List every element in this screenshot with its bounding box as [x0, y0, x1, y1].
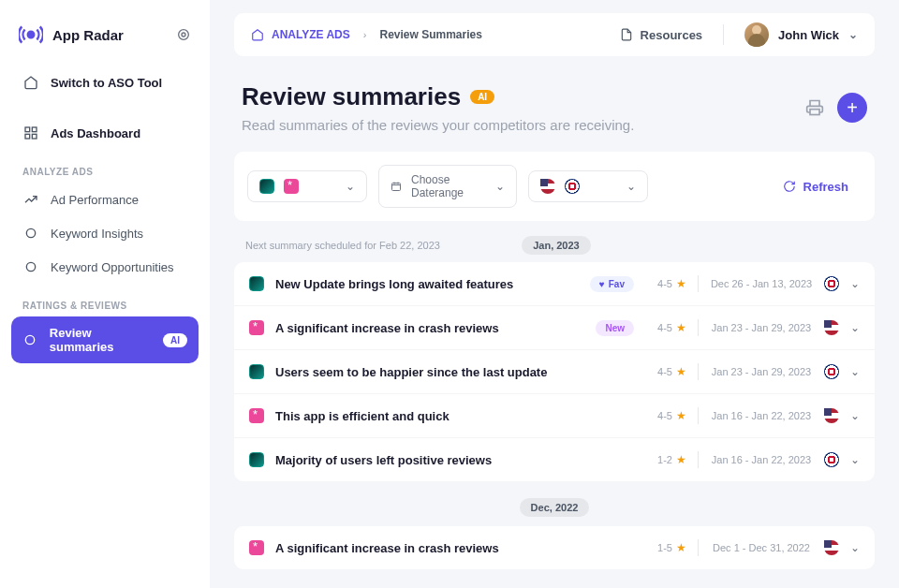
- chevron-down-icon[interactable]: ⌄: [850, 321, 860, 334]
- target-icon[interactable]: [176, 27, 191, 42]
- divider: [723, 24, 724, 45]
- section-ratings-reviews: RATINGS & REVIEWS: [11, 284, 199, 316]
- svg-rect-11: [392, 184, 401, 191]
- svg-rect-6: [32, 134, 37, 139]
- summary-dates: Dec 26 - Jan 13, 2023: [710, 278, 813, 289]
- svg-point-8: [26, 262, 35, 271]
- app-chip-icon: [249, 452, 264, 467]
- page-subtitle: Read summaries of the reviews your compe…: [242, 117, 634, 133]
- svg-rect-10: [810, 110, 819, 115]
- summary-row[interactable]: A significant increase in crash reviews …: [234, 306, 875, 350]
- svg-point-2: [182, 33, 185, 37]
- sidebar-dashboard[interactable]: Ads Dashboard: [11, 116, 199, 150]
- summary-rating: 4-5 ★: [645, 409, 686, 422]
- user-menu[interactable]: John Wick ⌄: [744, 22, 858, 47]
- sidebar-keyword-opportunities[interactable]: Keyword Opportunities: [11, 250, 199, 284]
- summary-title: A significant increase in crash reviews: [275, 321, 584, 335]
- resources-link[interactable]: Resources: [620, 28, 702, 42]
- summary-title: A significant increase in crash reviews: [275, 541, 634, 555]
- sidebar-item-label: Switch to ASO Tool: [51, 76, 162, 90]
- summary-row[interactable]: Users seem to be happier since the last …: [234, 350, 875, 394]
- chevron-down-icon[interactable]: ⌄: [850, 453, 860, 466]
- app-chip-icon: [249, 364, 264, 379]
- summary-row[interactable]: This app is efficient and quick 4-5 ★ Ja…: [234, 394, 875, 438]
- country-selector[interactable]: ⌄: [528, 170, 648, 202]
- chevron-down-icon: ⌄: [495, 180, 505, 193]
- sidebar-keyword-insights[interactable]: Keyword Insights: [11, 216, 199, 250]
- ai-badge: AI: [163, 333, 187, 347]
- summary-row[interactable]: A significant increase in crash reviews …: [234, 526, 875, 569]
- star-icon: ★: [676, 321, 686, 334]
- breadcrumb-root[interactable]: ANALYZE ADS: [251, 28, 350, 41]
- svg-rect-5: [25, 134, 30, 139]
- calendar-icon: [391, 181, 402, 192]
- summary-title: Majority of users left positive reviews: [275, 453, 634, 467]
- add-button[interactable]: +: [837, 93, 867, 123]
- summary-dates: Jan 23 - Jan 29, 2023: [710, 366, 813, 377]
- main: ANALYZE ADS › Review Summaries Resources…: [210, 0, 899, 588]
- circle-icon: [22, 226, 39, 241]
- month-chip: Dec, 2022: [520, 498, 590, 517]
- divider: [698, 275, 699, 292]
- summary-tag: New: [596, 320, 634, 336]
- refresh-icon: [783, 180, 796, 193]
- summary-row[interactable]: Majority of users left positive reviews …: [234, 438, 875, 481]
- page-title: Review summaries: [242, 82, 461, 111]
- summary-group-jan: New Update brings long awaited features …: [234, 262, 875, 481]
- summary-title: Users seem to be happier since the last …: [275, 365, 634, 379]
- chevron-down-icon[interactable]: ⌄: [850, 365, 860, 378]
- summary-dates: Jan 23 - Jan 29, 2023: [710, 322, 813, 333]
- app-selector[interactable]: ⌄: [247, 170, 367, 202]
- sidebar-item-label: Keyword Opportunities: [51, 260, 174, 274]
- star-icon: ★: [676, 365, 686, 378]
- svg-point-0: [28, 32, 35, 38]
- star-icon: ★: [676, 541, 686, 554]
- divider: [698, 451, 699, 468]
- summary-group-dec: A significant increase in crash reviews …: [234, 526, 875, 569]
- app-chip-icon: [249, 276, 264, 291]
- sidebar-item-label: Ads Dashboard: [51, 126, 140, 140]
- schedule-text: Next summary scheduled for Feb 22, 2023: [245, 240, 440, 251]
- sidebar-item-label: Ad Performance: [51, 193, 139, 207]
- svg-point-1: [179, 30, 189, 40]
- sidebar-switch-tool[interactable]: Switch to ASO Tool: [11, 66, 199, 99]
- summary-rating: 1-2 ★: [645, 453, 686, 466]
- flag-icon: [824, 364, 839, 379]
- flag-icon: [824, 320, 839, 335]
- sidebar-item-label: Keyword Insights: [51, 227, 143, 241]
- svg-point-7: [26, 228, 35, 237]
- svg-rect-4: [32, 127, 37, 132]
- circle-icon: [22, 259, 39, 274]
- circle-icon: [22, 332, 38, 347]
- refresh-button[interactable]: Refresh: [770, 172, 862, 201]
- star-icon: ★: [676, 277, 686, 290]
- chevron-down-icon[interactable]: ⌄: [850, 541, 860, 554]
- sidebar: App Radar Switch to ASO Tool Ads Dashboa…: [0, 0, 210, 588]
- summary-row[interactable]: New Update brings long awaited features …: [234, 262, 875, 306]
- resources-label: Resources: [641, 28, 702, 42]
- topbar: ANALYZE ADS › Review Summaries Resources…: [234, 13, 875, 56]
- heart-icon: ♥: [599, 279, 605, 289]
- trend-icon: [22, 192, 39, 207]
- svg-point-9: [26, 335, 35, 344]
- avatar: [744, 22, 769, 47]
- daterange-selector[interactable]: Choose Daterange ⌄: [378, 165, 517, 208]
- chevron-down-icon: ⌄: [626, 180, 636, 193]
- chevron-down-icon[interactable]: ⌄: [850, 409, 860, 422]
- app-chip-green-icon: [259, 179, 274, 194]
- sidebar-item-label: Review summaries: [50, 326, 152, 354]
- breadcrumb-root-label: ANALYZE ADS: [272, 28, 350, 41]
- sidebar-ad-performance[interactable]: Ad Performance: [11, 183, 199, 216]
- app-chip-icon: [249, 408, 264, 423]
- sidebar-review-summaries[interactable]: Review summaries AI: [11, 316, 199, 363]
- filter-bar: ⌄ Choose Daterange ⌄ ⌄ Refresh: [234, 152, 875, 221]
- print-icon[interactable]: [805, 98, 824, 117]
- summary-dates: Dec 1 - Dec 31, 2022: [710, 542, 813, 553]
- home-icon: [22, 75, 39, 90]
- divider: [698, 407, 699, 424]
- month-chip: Jan, 2023: [522, 236, 591, 255]
- summary-rating: 1-5 ★: [645, 541, 686, 554]
- chevron-down-icon[interactable]: ⌄: [850, 277, 860, 290]
- home-icon: [251, 28, 264, 41]
- user-name: John Wick: [778, 28, 839, 42]
